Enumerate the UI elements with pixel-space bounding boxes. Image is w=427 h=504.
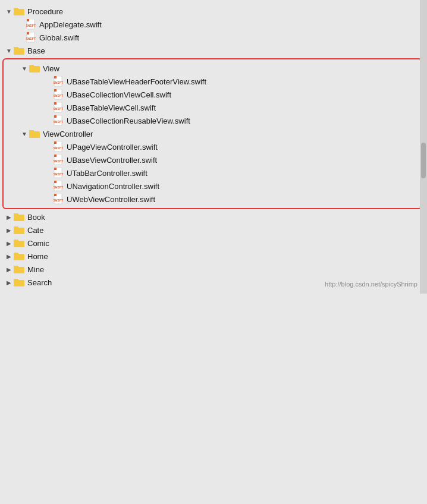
arrow-procedure: [5, 8, 13, 15]
folder-label-comic: Comic: [27, 239, 49, 248]
file-unavigationcontroller[interactable]: SWIFT UNavigationController.swift: [4, 179, 421, 193]
folder-label-book: Book: [27, 213, 45, 222]
folder-cate[interactable]: Cate: [0, 223, 427, 237]
arrow-base: [5, 48, 13, 54]
file-label-1: UBaseTableViewHeaderFooterView.swift: [67, 77, 206, 86]
file-label-7: UTabBarController.swift: [67, 169, 147, 178]
file-label-6: UBaseViewController.swift: [67, 156, 157, 165]
swift-icon-6: SWIFT: [52, 154, 64, 166]
swift-icon-4: SWIFT: [52, 115, 64, 127]
file-label-9: UWebViewController.swift: [67, 195, 155, 204]
folder-icon-view: [29, 64, 40, 73]
file-label-2: UBaseCollectionViewCell.swift: [67, 90, 171, 99]
svg-rect-46: [14, 240, 18, 242]
folder-icon-procedure: [13, 7, 25, 16]
folder-label-base: Base: [27, 46, 45, 55]
folder-home[interactable]: Home: [0, 250, 427, 263]
arrow-mine: [5, 266, 13, 273]
arrow-view: [20, 65, 29, 72]
svg-rect-48: [14, 253, 18, 255]
file-label-global: Global.swift: [39, 33, 79, 42]
scrollbar[interactable]: [420, 0, 427, 294]
folder-icon-mine: [13, 264, 25, 274]
folder-icon-base: [13, 46, 25, 55]
folder-icon-viewcontroller: [29, 129, 40, 138]
svg-text:SWIFT: SWIFT: [26, 37, 36, 40]
file-label-4: UBaseCollectionReusableView.swift: [67, 116, 190, 125]
folder-label-cate: Cate: [27, 226, 43, 235]
svg-text:SWIFT: SWIFT: [26, 24, 36, 27]
folder-icon-cate: [13, 225, 25, 235]
svg-rect-6: [27, 32, 29, 34]
svg-text:SWIFT: SWIFT: [54, 120, 63, 124]
folder-label-search: Search: [27, 278, 52, 287]
folder-label-home: Home: [27, 252, 48, 261]
file-label-8: UNavigationController.swift: [67, 182, 159, 191]
file-utabbarcontroller[interactable]: SWIFT UTabBarController.swift: [4, 166, 421, 179]
svg-rect-50: [14, 266, 18, 268]
svg-rect-16: [54, 89, 56, 92]
svg-rect-13: [54, 76, 56, 78]
folder-label-viewcontroller: ViewController: [43, 130, 93, 138]
file-ubasecollectionviewcell[interactable]: SWIFT UBaseCollectionViewCell.swift: [4, 88, 421, 101]
swift-icon-3: SWIFT: [52, 102, 64, 114]
folder-base[interactable]: Base: [0, 44, 427, 57]
swift-icon-global: SWIFT: [25, 32, 37, 43]
arrow-viewcontroller: [20, 131, 29, 137]
folder-label-procedure: Procedure: [27, 7, 63, 16]
svg-text:SWIFT: SWIFT: [54, 185, 63, 189]
svg-rect-36: [54, 181, 56, 183]
file-ubasetableviewcell[interactable]: SWIFT UBaseTableViewCell.swift: [4, 101, 421, 114]
arrow-home: [5, 253, 13, 260]
svg-text:SWIFT: SWIFT: [54, 107, 63, 111]
scrollbar-thumb[interactable]: [421, 143, 426, 178]
file-label-appdelegate: AppDelegate.swift: [39, 20, 102, 29]
folder-view[interactable]: View: [4, 62, 421, 75]
svg-rect-27: [54, 141, 56, 144]
svg-rect-19: [54, 102, 56, 105]
folder-search[interactable]: Search: [0, 276, 427, 289]
svg-text:SWIFT: SWIFT: [54, 146, 63, 150]
file-upageviewcontroller[interactable]: SWIFT UPageViewController.swift: [4, 140, 421, 153]
arrow-comic: [5, 240, 13, 247]
swift-icon-appdelegate: SWIFT: [25, 18, 37, 30]
swift-icon-9: SWIFT: [52, 193, 64, 205]
svg-rect-25: [29, 130, 34, 133]
swift-icon-1: SWIFT: [52, 75, 64, 87]
arrow-cate: [5, 227, 13, 234]
arrow-search: [5, 279, 13, 286]
file-global[interactable]: SWIFT Global.swift: [0, 31, 427, 44]
svg-rect-39: [54, 194, 56, 196]
file-tree-container: Procedure SWIFT AppDelegate.swift SW: [0, 0, 427, 504]
swift-icon-5: SWIFT: [52, 141, 64, 153]
folder-procedure[interactable]: Procedure: [0, 5, 427, 18]
folder-mine[interactable]: Mine: [0, 263, 427, 276]
svg-text:SWIFT: SWIFT: [54, 159, 63, 163]
file-label-3: UBaseTableViewCell.swift: [67, 103, 156, 112]
file-ubasecollectionreusableview[interactable]: SWIFT UBaseCollectionReusableView.swift: [4, 114, 421, 127]
folder-book[interactable]: Book: [0, 210, 427, 223]
file-appdelegate[interactable]: SWIFT AppDelegate.swift: [0, 18, 427, 31]
red-selection-box: View SWIFT UBaseTableViewHeaderFooterVie…: [2, 58, 422, 209]
svg-text:SWIFT: SWIFT: [54, 81, 63, 84]
file-ubaseviewcontroller[interactable]: SWIFT UBaseViewController.swift: [4, 153, 421, 166]
svg-rect-9: [14, 47, 18, 49]
svg-rect-3: [27, 19, 29, 21]
folder-comic[interactable]: Comic: [0, 237, 427, 250]
arrow-book: [5, 214, 13, 220]
file-tree: Procedure SWIFT AppDelegate.swift SW: [0, 0, 427, 294]
swift-icon-8: SWIFT: [52, 180, 64, 192]
folder-viewcontroller[interactable]: ViewController: [4, 127, 421, 140]
folder-label-view: View: [43, 64, 59, 73]
svg-rect-11: [29, 65, 34, 67]
svg-rect-44: [14, 226, 18, 229]
folder-label-mine: Mine: [27, 265, 44, 274]
folder-icon-home: [13, 251, 25, 261]
svg-text:SWIFT: SWIFT: [54, 172, 63, 176]
file-uwebviewcontroller[interactable]: SWIFT UWebViewController.swift: [4, 193, 421, 206]
folder-icon-comic: [13, 238, 25, 248]
folder-icon-search: [13, 278, 25, 287]
svg-rect-33: [54, 168, 56, 170]
swift-icon-2: SWIFT: [52, 89, 64, 100]
file-ubasetableviewheaderfooterview[interactable]: SWIFT UBaseTableViewHeaderFooterView.swi…: [4, 75, 421, 88]
